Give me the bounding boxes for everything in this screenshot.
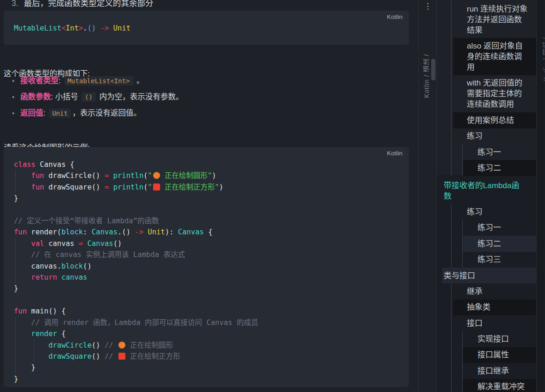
text-segment: ) (212, 172, 216, 180)
text-segment (109, 172, 113, 180)
code-line: val canvas = Canvas() (14, 238, 404, 249)
red-square-emoji (118, 353, 125, 360)
outline-item[interactable]: with 无返回值的需要指定主体的连续函数调用 (437, 75, 536, 112)
text-segment (83, 239, 87, 248)
text-segment: 返回值 (20, 109, 43, 117)
text-segment: { (204, 228, 213, 236)
text-segment: main() { (27, 307, 66, 315)
outline-item-label: 练习一 (477, 147, 501, 158)
outline-item[interactable]: 练习三 (437, 252, 536, 268)
text-segment: // 定义一个接受“带接收者 Lambda”的函数 (14, 217, 159, 225)
code-line: class Canvas { (14, 159, 404, 170)
text-segment: 。 (135, 76, 144, 85)
text-segment: // (105, 341, 118, 349)
outline-item[interactable]: 接口 (437, 315, 536, 331)
code-line: } (14, 362, 404, 373)
text-segment: MutableList<Int> (64, 76, 133, 86)
code-line (14, 294, 404, 306)
text-segment: canvas. (14, 262, 62, 270)
outline-item-label: 接口 (467, 318, 483, 329)
outline-item[interactable]: 带接收者的Lambda函数 (437, 178, 536, 204)
vertical-tab-title[interactable]: Kotlin / 语法 / (422, 19, 431, 98)
text-segment: 函数参数 (20, 92, 51, 101)
outline-item-label: 解决重载冲突 (477, 381, 525, 392)
text-segment: () (83, 262, 92, 270)
right-vertical-tab-title[interactable]: Kotlin / 语法 / (541, 3, 545, 81)
text-segment: " (148, 183, 152, 191)
code-line: canvas.block() (14, 261, 404, 272)
outline-item[interactable]: 练习 (437, 129, 536, 144)
code-line: fun render(block: Canvas.() -> Unit): Ca… (14, 227, 404, 238)
text-segment: ( (143, 172, 148, 180)
outline-item[interactable]: 练习一 (437, 220, 536, 236)
text-segment: // 调用 render 函数，Lambda 内部可以直接访问 Canvas 的… (31, 318, 258, 327)
outline-item[interactable]: 接口属性 (437, 347, 536, 363)
code-language-label: Kotlin (387, 13, 403, 20)
outline-section-bottom: 带接收者的Lambda函数练习练习一练习二练习三类与接口继承抽象类接口实现接口接… (437, 175, 536, 392)
outline-item-label: 继承 (467, 286, 483, 297)
text-segment (143, 228, 148, 236)
text-segment: ，表示没有返回值。 (72, 109, 141, 117)
text-segment: () (92, 352, 105, 361)
code-block-kotlin-1: Kotlin MutableList<Int>.() -> Unit (4, 11, 409, 45)
code-line: drawCircle() // 正在绘制圆形 (14, 340, 404, 351)
text-segment: 接收者类型 (20, 76, 59, 85)
code-line: render { (14, 328, 404, 339)
text-segment: canvas (62, 273, 87, 282)
text-segment: Unit (113, 24, 130, 32)
list-number: 3. (12, 0, 19, 8)
text-segment: canvas (44, 239, 79, 248)
outline-item[interactable]: 继承 (437, 283, 536, 299)
outline-item[interactable]: 抽象类 (437, 300, 536, 315)
page: 3.最后，完成函数类型定义的其余部分 Kotlin MutableList<In… (0, 0, 545, 392)
text-segment: fun (14, 228, 27, 236)
tab-strip: ⋮ Kotlin / 语法 / (419, 0, 437, 392)
outline-item[interactable]: 解决重载冲突 (437, 379, 536, 392)
outline-item[interactable]: also 返回对象自身的连续函数调用 (437, 38, 536, 75)
text-segment: val (31, 239, 44, 248)
text-segment (14, 352, 49, 361)
text-segment: Canvas (87, 239, 113, 248)
text-segment: drawCircle() (44, 172, 105, 180)
text-segment: drawSquare() (44, 183, 105, 191)
code-line: fun drawCircle() = println("正在绘制圆形") (14, 170, 404, 181)
text-segment: println (113, 172, 143, 180)
editor-scrollbar-thumb[interactable] (431, 59, 435, 80)
red-square-emoji (153, 184, 160, 190)
text-segment: : 小括号 (51, 92, 80, 101)
text-segment: < (62, 24, 66, 32)
outline-item-label: 接口继承 (477, 366, 509, 376)
text-segment (14, 251, 31, 259)
text-segment: drawCircle (49, 341, 92, 349)
outline-item[interactable]: run 连续执行对象方法并返回函数结果 (437, 1, 536, 38)
outline-item-label: 练习三 (477, 254, 501, 265)
code-line: return canvas (14, 272, 404, 283)
text-segment: MutableList (14, 24, 62, 32)
code-line: fun drawSquare() = println("正在绘制正方形") (14, 182, 404, 193)
text-segment: return (31, 273, 57, 282)
code-content: class Canvas { fun drawCircle() = printl… (14, 159, 404, 385)
outline-item[interactable]: 练习二 (437, 160, 536, 176)
outline-item[interactable]: 使用案例总结 (437, 112, 536, 128)
outline-item[interactable]: 练习二 (437, 236, 536, 251)
outline-item[interactable]: 实现接口 (437, 331, 536, 347)
text-segment: = (79, 239, 83, 248)
text-segment: () (87, 24, 96, 32)
text-segment: : (43, 109, 48, 117)
text-segment: = (105, 183, 109, 191)
text-segment: } (14, 375, 18, 383)
text-segment: Int (66, 24, 79, 32)
outline-item[interactable]: 练习 (437, 204, 536, 220)
orange-circle-emoji (153, 172, 160, 179)
text-segment (109, 183, 113, 191)
outline-item[interactable]: 练习一 (437, 144, 536, 160)
text-segment: fun (31, 183, 44, 191)
editor-pane: 3.最后，完成函数类型定义的其余部分 Kotlin MutableList<In… (0, 0, 419, 392)
kebab-menu-icon[interactable]: ⋮ (424, 2, 432, 11)
outline-item[interactable]: 接口继承 (437, 363, 536, 379)
text-segment: class (14, 160, 36, 169)
text-segment (96, 24, 100, 32)
text-segment: : (83, 228, 92, 236)
outline-item[interactable]: 类与接口 (437, 268, 536, 283)
right-tab-strip: Kotlin / 语法 / (537, 0, 545, 392)
